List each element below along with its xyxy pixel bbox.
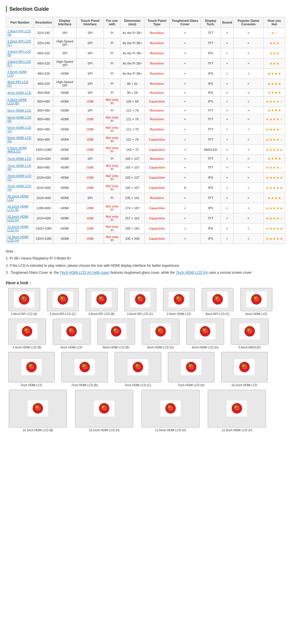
notes-title: Note : <box>6 248 285 254</box>
cell-touch-type: Resistive <box>144 48 169 58</box>
cell-part-number[interactable]: 4inch RPi LCD (C) <box>6 79 34 89</box>
cell-disp-tech: IPS <box>200 183 221 193</box>
cell-resolution: 1024×600 <box>34 213 53 223</box>
cell-touch-interface: SPI <box>76 193 104 203</box>
table-row: 7inch HDMI LCD1024×600HDMISPIPi165 × 107… <box>6 155 285 162</box>
cell-part-number[interactable]: 13.3inch HDMI LCD (H) <box>6 234 34 244</box>
product-image: 🍓 <box>8 352 55 382</box>
cell-part-number[interactable]: 4inch HDMI LCD <box>6 89 34 96</box>
cell-part-number[interactable]: 11.6inch HDMI LCD (H) <box>6 223 34 234</box>
cell-for-use: Pi <box>104 155 120 162</box>
cell-part-number[interactable]: 5inch HDMI LCD (H) <box>6 135 34 145</box>
product-item[interactable]: 🍓11.6inch HDMI LCD (H) <box>139 390 203 432</box>
svg-text:🍓: 🍓 <box>187 363 195 370</box>
cell-part-number[interactable]: 10.1inch HDMI LCD <box>6 193 34 203</box>
product-item[interactable]: 🍓7inch HDMI LCD (C) <box>112 352 163 387</box>
product-item[interactable]: 🍓4inch RPi LCD (C) <box>199 288 236 316</box>
product-item[interactable]: 🍓5inch HDMI LCD (G) <box>139 319 182 349</box>
product-item[interactable]: 🍓4inch HDMI LCD <box>238 288 274 316</box>
cell-part-number[interactable]: 7inch HDMI LCD (H) <box>6 183 34 193</box>
cell-glass: × <box>169 58 200 69</box>
cell-glass: × <box>169 107 200 114</box>
product-item[interactable]: 🍓2.8inch RPi LCD (A) <box>6 288 42 316</box>
cell-part-number[interactable]: 7inch HDMI LCD <box>6 155 34 162</box>
product-item[interactable]: 🍓3.5inch RPi LCD (B) <box>83 288 120 316</box>
table-row: 5inch HDMI LCD (G)800×480HDMIUSBNot only… <box>6 124 285 135</box>
cell-disp-tech: IPS <box>200 69 221 79</box>
product-item[interactable]: 🍓10.1inch HDMI LCD (H) <box>72 390 136 432</box>
cell-part-number[interactable]: 5.5inch HDMI AMOLED <box>6 145 34 155</box>
product-image: 🍓 <box>115 352 161 382</box>
cell-for-use: Pi <box>104 28 120 38</box>
cell-disp-tech: TFT <box>200 193 221 203</box>
product-item[interactable]: 🍓5inch HDMI LCD (H) <box>184 319 226 349</box>
cell-feel: ★★★ <box>264 58 285 69</box>
cell-dimension: 257 × 162 <box>120 213 144 223</box>
cell-glass: ※ <box>169 183 200 193</box>
cell-part-number[interactable]: 7inch HDMI LCD (C) <box>6 173 34 183</box>
cell-part-number[interactable]: 4.3inch HDMI LCD (B) <box>6 96 34 107</box>
product-item[interactable]: 🍓7inch HDMI LCD (B) <box>59 352 110 387</box>
product-item[interactable]: 🍓5inch HDMI LCD <box>50 319 93 349</box>
product-item[interactable]: 🍓10.1inch HDMI LCD (B) <box>6 390 70 432</box>
cell-dimension: 140 × 75 <box>120 145 144 155</box>
cell-sound: √ <box>221 213 233 223</box>
product-image: 🍓 <box>8 288 40 311</box>
cell-game: √ <box>233 69 264 79</box>
cell-dimension: As the Pi 3B+ <box>120 28 144 38</box>
cell-display-interface: HDMI <box>53 145 77 155</box>
product-item[interactable]: 🍓5.5inch AMOLED <box>228 319 271 349</box>
link-7inch-with-case[interactable]: 7inch HDMI LCD (H) (with case) <box>60 271 109 275</box>
product-label: 4inch RPi LCD (C) <box>205 312 229 316</box>
product-item[interactable]: 🍓3.5inch RPi LCD (C) <box>122 288 158 316</box>
cell-part-number[interactable]: 10.1inch HDMI LCD (H) <box>6 213 34 223</box>
cell-touch-interface: USB <box>76 135 104 145</box>
cell-glass: × <box>169 48 200 58</box>
table-row: 5inch HDMI LCD800×480HDMISPIPi121 × 78Re… <box>6 107 285 114</box>
cell-part-number[interactable]: 5inch HDMI LCD (B) <box>6 114 34 124</box>
cell-touch-interface: USB <box>76 96 104 107</box>
table-row: 5inch HDMI LCD (H)800×480HDMIUSBNot only… <box>6 135 285 145</box>
cell-dimension: 121 × 76 <box>120 114 144 124</box>
cell-dimension: As the Pi 3B+ <box>120 38 144 48</box>
product-item[interactable]: 🍓7inch HDMI LCD <box>6 352 57 387</box>
table-row: 5.5inch HDMI AMOLED1920×1080HDMIUSBNot o… <box>6 145 285 155</box>
notes-section: Note : 1. Pi 3B+ means Raspberry Pi 3 Mo… <box>6 248 285 276</box>
link-7inch-normal[interactable]: 7inch HDMI LCD (H) <box>176 271 208 275</box>
table-row: 7inch HDMI LCD (C)1024×600HDMIUSBNot onl… <box>6 173 285 183</box>
cell-touch-interface: SPI <box>76 107 104 114</box>
cell-part-number[interactable]: 3.5inch RPi LCD (C) <box>6 58 34 69</box>
cell-resolution: 1920×1080 <box>34 234 53 244</box>
cell-part-number[interactable]: 5inch HDMI LCD (G) <box>6 124 34 135</box>
cell-touch-type: Capacitive <box>144 96 169 107</box>
product-item[interactable]: 🍓10.1inch HDMI LCD <box>219 352 270 387</box>
cell-sound: × <box>221 155 233 162</box>
cell-part-number[interactable]: 10.1inch HDMI LCD (B) <box>6 203 34 213</box>
svg-text:🍓: 🍓 <box>134 363 141 370</box>
cell-part-number[interactable]: 3.5inch HDMI LCD <box>6 69 34 79</box>
cell-sound: × <box>221 162 233 173</box>
cell-touch-interface: SPI <box>76 38 104 48</box>
product-item[interactable]: 🍓4.3inch HDMI LCD (B) <box>6 319 48 349</box>
product-item[interactable]: 🍓13.3inch HDMI LCD (H) <box>205 390 269 432</box>
table-row: 7inch HDMI LCD (H)1024×600HDMIUSBNot onl… <box>6 183 285 193</box>
section-header: Selection Guide <box>6 6 285 12</box>
product-item[interactable]: 🍓3.5inch HDMI LCD <box>161 288 197 316</box>
cell-part-number[interactable]: 2.8inch RPi LCD (A) <box>6 28 34 38</box>
cell-part-number[interactable]: 3.5inch RPi LCD (B) <box>6 48 34 58</box>
cell-sound: √ <box>221 203 233 213</box>
product-item[interactable]: 🍓7inch HDMI LCD (H) <box>166 352 217 387</box>
cell-touch-interface: SPI <box>76 89 104 96</box>
product-item[interactable]: 🍓5inch HDMI LCD (B) <box>95 319 137 349</box>
cell-part-number[interactable]: 7inch HDMI LCD (B) <box>6 162 34 173</box>
cell-part-number[interactable]: 5inch HDMI LCD <box>6 107 34 114</box>
cell-feel: ★★★★ <box>264 69 285 79</box>
cell-part-number[interactable]: 3.2inch RPi LCD (C) <box>6 38 34 48</box>
cell-sound: √ <box>221 135 233 145</box>
product-item[interactable]: 🍓3.2inch RPi LCD (C) <box>45 288 81 316</box>
cell-display-interface: HDMI <box>53 223 77 234</box>
cell-sound: × <box>221 38 233 48</box>
product-label: 5inch HDMI LCD (B) <box>103 346 129 349</box>
col-header-disp-tech: Display Tech. <box>200 17 221 28</box>
cell-for-use: Pi <box>104 107 120 114</box>
